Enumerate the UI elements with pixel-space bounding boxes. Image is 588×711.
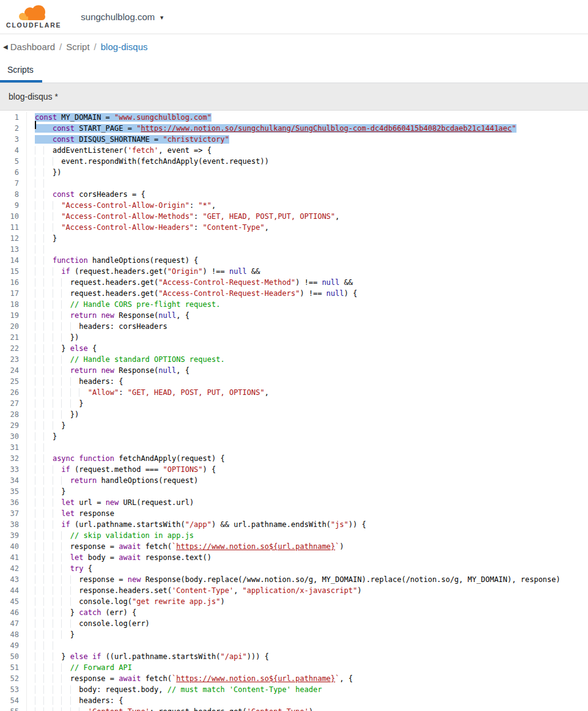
code-line[interactable]: 13 (0, 244, 588, 255)
code-line[interactable]: 15 if (request.headers.get("Origin") !==… (0, 266, 588, 277)
breadcrumb-item-blog-disqus[interactable]: blog-disqus (101, 42, 148, 52)
code-line[interactable]: 40 response = await fetch(`https://www.n… (0, 541, 588, 552)
code-line[interactable]: 24 return new Response(null, { (0, 365, 588, 376)
code-line[interactable]: 42 try { (0, 563, 588, 574)
line-number: 12 (0, 233, 27, 244)
line-number: 26 (0, 387, 27, 398)
line-number: 19 (0, 310, 27, 321)
code-line[interactable]: 55 'Content-Type': request.headers.get('… (0, 706, 588, 711)
code-line[interactable]: 41 let body = await response.text() (0, 552, 588, 563)
line-number: 1 (0, 112, 27, 123)
code-line[interactable]: 30 } (0, 431, 588, 442)
code-line[interactable]: 12 } (0, 233, 588, 244)
code-line[interactable]: 38 if (url.pathname.startsWith("/app") &… (0, 519, 588, 530)
code-line[interactable]: 16 request.headers.get("Access-Control-R… (0, 277, 588, 288)
code-line[interactable]: 32 async function fetchAndApply(request)… (0, 453, 588, 464)
line-number: 48 (0, 629, 27, 640)
code-line[interactable]: 34 return handleOptions(request) (0, 475, 588, 486)
breadcrumb-item-script[interactable]: Script (66, 42, 89, 52)
code-line[interactable]: 23 // Handle standard OPTIONS request. (0, 354, 588, 365)
tab-bar: Scripts (0, 57, 588, 83)
line-number: 24 (0, 365, 27, 376)
tab-scripts[interactable]: Scripts (0, 57, 42, 83)
code-line[interactable]: 52 response = await fetch(`https://www.n… (0, 673, 588, 684)
code-line[interactable]: 5 event.respondWith(fetchAndApply(event.… (0, 156, 588, 167)
code-line[interactable]: 21 }) (0, 332, 588, 343)
code-line[interactable]: 9 "Access-Control-Allow-Origin": "*", (0, 200, 588, 211)
code-line[interactable]: 47 console.log(err) (0, 618, 588, 629)
line-number: 27 (0, 398, 27, 409)
code-line[interactable]: 51 // Forward API (0, 662, 588, 673)
code-line[interactable]: 39 // skip validation in app.js (0, 530, 588, 541)
code-line[interactable]: 26 "Allow": "GET, HEAD, POST, PUT, OPTIO… (0, 387, 588, 398)
code-line[interactable]: 19 return new Response(null, { (0, 310, 588, 321)
breadcrumb-item-dashboard[interactable]: Dashboard (10, 42, 55, 52)
code-line[interactable]: 17 request.headers.get("Access-Control-R… (0, 288, 588, 299)
code-line[interactable]: 43 response = new Response(body.replace(… (0, 574, 588, 585)
code-line[interactable]: 50 } else if ((url.pathname.startsWith("… (0, 651, 588, 662)
code-line[interactable]: 18 // Handle CORS pre-flight request. (0, 299, 588, 310)
code-line[interactable]: 54 headers: { (0, 695, 588, 706)
line-number: 8 (0, 189, 27, 200)
line-number: 20 (0, 321, 27, 332)
code-line[interactable]: 25 headers: { (0, 376, 588, 387)
line-number: 47 (0, 618, 27, 629)
line-number: 51 (0, 662, 27, 673)
code-line[interactable]: 29 } (0, 420, 588, 431)
code-line[interactable]: 53 body: request.body, // must match 'Co… (0, 684, 588, 695)
line-number: 11 (0, 222, 27, 233)
code-line[interactable]: 8 const corsHeaders = { (0, 189, 588, 200)
file-bar: blog-disqus * (0, 83, 588, 111)
code-line[interactable]: 45 console.log("get rewrite app.js") (0, 596, 588, 607)
breadcrumb: ◀ Dashboard / Script / blog-disqus (0, 34, 588, 57)
line-number: 18 (0, 299, 27, 310)
code-line[interactable]: 37 let response (0, 508, 588, 519)
line-number: 30 (0, 431, 27, 442)
code-line[interactable]: 49 (0, 640, 588, 651)
code-line[interactable]: 44 response.headers.set('Content-Type', … (0, 585, 588, 596)
code-line[interactable]: 7 (0, 178, 588, 189)
line-number: 14 (0, 255, 27, 266)
code-line[interactable]: 46 } catch (err) { (0, 607, 588, 618)
code-line[interactable]: 33 if (request.method === "OPTIONS") { (0, 464, 588, 475)
code-line[interactable]: 28 }) (0, 409, 588, 420)
line-number: 4 (0, 145, 27, 156)
code-line[interactable]: 4 addEventListener('fetch', event => { (0, 145, 588, 156)
line-number: 10 (0, 211, 27, 222)
code-editor[interactable]: 1const MY_DOMAIN = "www.sungchulblog.com… (0, 111, 588, 711)
line-number: 17 (0, 288, 27, 299)
cloudflare-logo[interactable]: CLOUDFLARE (6, 5, 61, 29)
line-number: 34 (0, 475, 27, 486)
code-line[interactable]: 2 const START_PAGE = "https://www.notion… (0, 123, 588, 134)
line-number: 15 (0, 266, 27, 277)
code-line[interactable]: 22 } else { (0, 343, 588, 354)
code-line[interactable]: 20 headers: corsHeaders (0, 321, 588, 332)
line-number: 16 (0, 277, 27, 288)
line-number: 49 (0, 640, 27, 651)
line-number: 42 (0, 563, 27, 574)
code-line[interactable]: 36 let url = new URL(request.url) (0, 497, 588, 508)
line-number: 36 (0, 497, 27, 508)
code-line[interactable]: 31 (0, 442, 588, 453)
site-selector[interactable]: sungchulblog.com ▼ (81, 12, 164, 22)
breadcrumb-separator: / (59, 42, 62, 52)
line-number: 23 (0, 354, 27, 365)
code-line[interactable]: 48 } (0, 629, 588, 640)
back-icon[interactable]: ◀ (3, 43, 8, 50)
code-line[interactable]: 6 }) (0, 167, 588, 178)
line-number: 53 (0, 684, 27, 695)
code-line[interactable]: 3 const DISQUS_SHORTNAME = "christvictor… (0, 134, 588, 145)
code-line[interactable]: 14 function handleOptions(request) { (0, 255, 588, 266)
site-selector-label: sungchulblog.com (81, 12, 155, 22)
code-line[interactable]: 11 "Access-Control-Allow-Headers": "Cont… (0, 222, 588, 233)
line-number: 25 (0, 376, 27, 387)
line-number: 35 (0, 486, 27, 497)
code-line[interactable]: 1const MY_DOMAIN = "www.sungchulblog.com… (0, 112, 588, 123)
code-line[interactable]: 27 } (0, 398, 588, 409)
code-line[interactable]: 35 } (0, 486, 588, 497)
line-number: 28 (0, 409, 27, 420)
chevron-down-icon: ▼ (159, 13, 164, 21)
breadcrumb-separator: / (94, 42, 97, 52)
code-line[interactable]: 10 "Access-Control-Allow-Methods": "GET,… (0, 211, 588, 222)
line-number: 22 (0, 343, 27, 354)
